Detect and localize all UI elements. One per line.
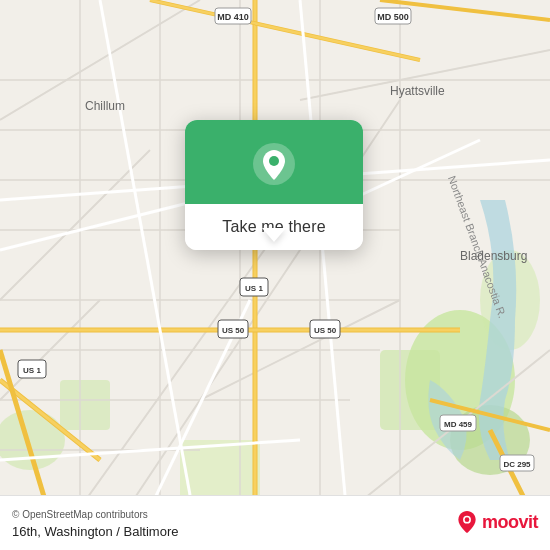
location-pin-icon — [252, 142, 296, 186]
svg-text:Bladensburg: Bladensburg — [460, 249, 527, 263]
svg-text:US 1: US 1 — [23, 366, 41, 375]
svg-text:MD 500: MD 500 — [377, 12, 409, 22]
svg-point-69 — [269, 156, 279, 166]
svg-rect-7 — [180, 440, 260, 500]
moovit-pin-icon — [456, 511, 478, 533]
popup-tail — [262, 228, 286, 242]
moovit-logo: moovit — [456, 511, 538, 533]
bottom-bar: © OpenStreetMap contributors 16th, Washi… — [0, 495, 550, 550]
svg-text:Hyattsville: Hyattsville — [390, 84, 445, 98]
map-container: MD 410 MD 500 US 1 US 1 US 50 US 50 MD 4… — [0, 0, 550, 550]
svg-text:US 50: US 50 — [314, 326, 337, 335]
moovit-brand-text: moovit — [482, 512, 538, 533]
svg-point-71 — [465, 517, 470, 522]
svg-text:MD 410: MD 410 — [217, 12, 249, 22]
svg-text:US 1: US 1 — [245, 284, 263, 293]
svg-text:DC 295: DC 295 — [503, 460, 531, 469]
take-me-there-button[interactable]: Take me there — [185, 204, 363, 250]
svg-text:Chillum: Chillum — [85, 99, 125, 113]
svg-rect-5 — [60, 380, 110, 430]
svg-text:US 50: US 50 — [222, 326, 245, 335]
location-label-container: © OpenStreetMap contributors 16th, Washi… — [12, 504, 178, 540]
popup-icon-area — [185, 120, 363, 204]
svg-text:MD 459: MD 459 — [444, 420, 473, 429]
location-label: 16th, Washington / Baltimore — [12, 524, 178, 539]
attribution-text: © OpenStreetMap contributors — [12, 509, 148, 520]
